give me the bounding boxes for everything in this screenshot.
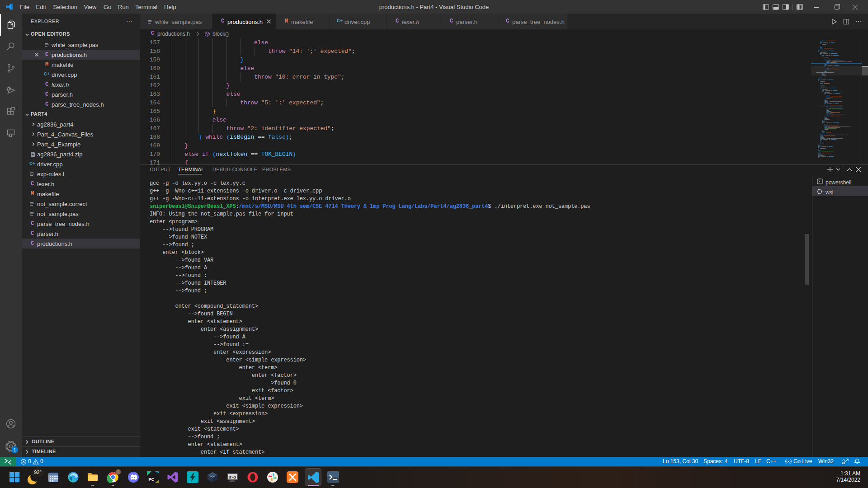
- svg-text:S>G: S>G: [229, 475, 236, 479]
- svg-text:PC: PC: [149, 477, 155, 482]
